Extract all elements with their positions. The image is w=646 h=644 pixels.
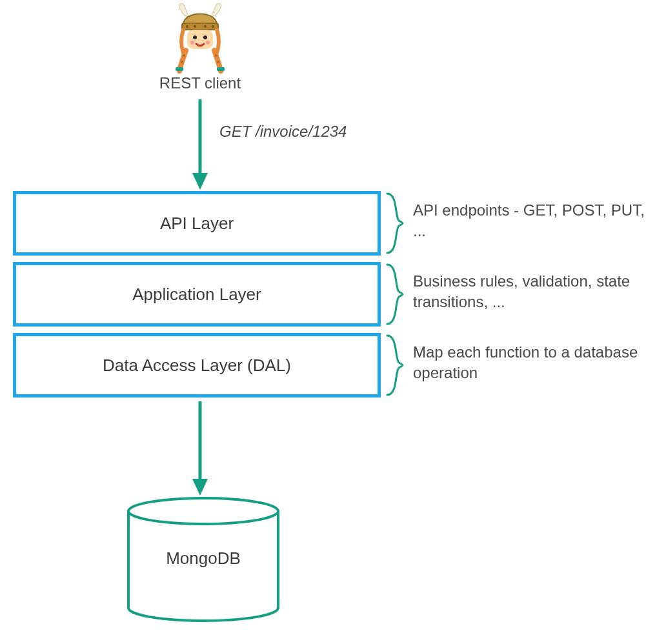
svg-point-8: [190, 41, 194, 45]
data-access-layer-annotation: Map each function to a database operatio…: [413, 342, 645, 384]
data-access-layer-box: Data Access Layer (DAL): [13, 333, 381, 397]
request-label: GET /invoice/1234: [219, 123, 347, 141]
arrow-dal-to-db-icon: [192, 400, 208, 497]
application-layer-annotation: Business rules, validation, state transi…: [413, 271, 645, 313]
svg-marker-17: [192, 173, 208, 190]
application-layer-title: Application Layer: [132, 285, 261, 305]
svg-point-22: [128, 498, 278, 524]
data-access-layer-title: Data Access Layer (DAL): [103, 356, 291, 376]
svg-point-3: [204, 25, 207, 28]
svg-point-13: [181, 61, 183, 63]
svg-point-15: [217, 61, 219, 63]
svg-point-4: [212, 25, 214, 28]
svg-point-1: [186, 25, 188, 28]
brace-dal-icon: [385, 333, 409, 397]
svg-point-9: [206, 41, 210, 45]
svg-rect-11: [217, 67, 225, 71]
brace-app-icon: [385, 262, 409, 327]
api-layer-box: API Layer: [13, 191, 381, 256]
svg-marker-19: [192, 479, 208, 496]
api-layer-annotation: API endpoints - GET, POST, PUT, ...: [413, 200, 645, 242]
application-layer-box: Application Layer: [13, 262, 381, 327]
svg-point-12: [183, 54, 185, 57]
diagram-stage: REST client GET /invoice/1234 API Layer …: [0, 0, 646, 644]
svg-point-7: [203, 35, 207, 39]
svg-point-6: [193, 35, 197, 39]
svg-point-2: [194, 25, 196, 28]
brace-api-icon: [385, 191, 409, 256]
arrow-client-to-api-icon: [192, 98, 208, 191]
api-layer-title: API Layer: [160, 214, 234, 234]
svg-rect-10: [176, 67, 183, 71]
rest-client-avatar-icon: [172, 3, 228, 74]
database-label: MongoDB: [126, 548, 281, 569]
rest-client-label: REST client: [136, 74, 265, 92]
svg-point-14: [215, 54, 217, 57]
